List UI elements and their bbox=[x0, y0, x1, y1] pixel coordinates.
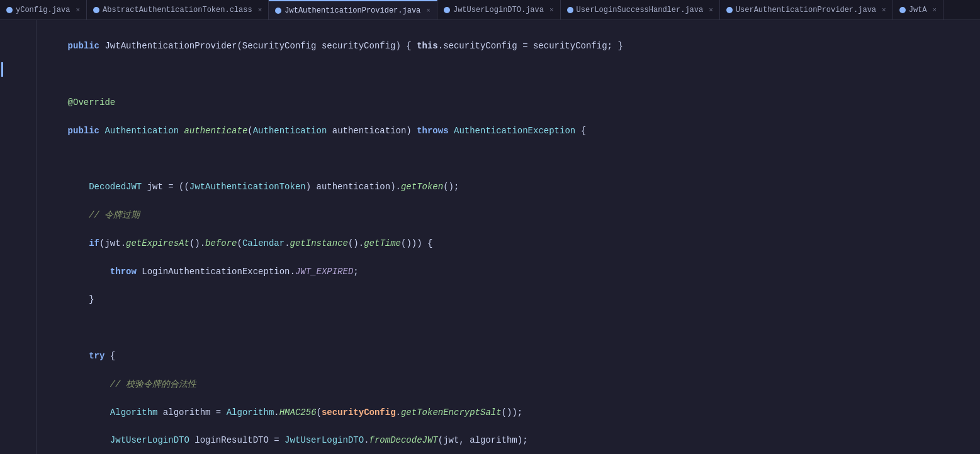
tab-label-abstract: AbstractAuthenticationToken.class bbox=[103, 6, 252, 14]
code-line-8: if(jwt.getExpiresAt().before(Calendar.ge… bbox=[47, 236, 980, 250]
tab-icon-jwta bbox=[899, 7, 906, 13]
code-line-6: DecodedJWT jwt = ((JwtAuthenticationToke… bbox=[47, 180, 980, 194]
tab-yconfig[interactable]: yConfig.java × bbox=[0, 0, 87, 19]
close-jwt-dto[interactable]: × bbox=[549, 6, 554, 14]
tab-icon-jwt-dto bbox=[444, 7, 450, 13]
close-yconfig[interactable]: × bbox=[76, 6, 80, 14]
close-jwt-provider[interactable]: × bbox=[426, 7, 431, 14]
tab-icon-yconfig bbox=[6, 7, 13, 13]
code-line-4: public Authentication authenticate(Authe… bbox=[47, 124, 980, 138]
code-line-10: } bbox=[47, 292, 980, 306]
line-numbers bbox=[5, 20, 37, 454]
tab-label-yconfig: yConfig.java bbox=[16, 6, 70, 14]
code-line-11 bbox=[47, 321, 980, 335]
tab-jwta[interactable]: JwtA × bbox=[893, 0, 943, 19]
code-line-2 bbox=[47, 67, 980, 81]
code-line-1: public JwtAuthenticationProvider(Securit… bbox=[47, 39, 980, 53]
close-login-success[interactable]: × bbox=[709, 6, 713, 14]
tab-login-success[interactable]: UserLoginSuccessHandler.java × bbox=[561, 0, 720, 19]
code-line-13: // 校验令牌的合法性 bbox=[47, 377, 980, 391]
tab-label-user-auth: UserAuthenticationProvider.java bbox=[736, 6, 876, 14]
tab-label-jwt-dto: JwtUserLoginDTO.java bbox=[453, 6, 544, 14]
close-user-auth[interactable]: × bbox=[882, 6, 886, 14]
ide-window: yConfig.java × AbstractAuthenticationTok… bbox=[0, 0, 980, 454]
tab-label-jwt-provider: JwtAuthenticationProvider.java bbox=[284, 6, 420, 15]
tab-jwt-provider[interactable]: JwtAuthenticationProvider.java × bbox=[269, 0, 437, 19]
code-line-3: @Override bbox=[47, 96, 980, 109]
tab-icon-abstract bbox=[93, 7, 99, 13]
code-line-12: try { bbox=[47, 349, 980, 363]
code-line-5 bbox=[47, 152, 980, 166]
margin-indicator bbox=[1, 62, 3, 76]
code-line-7: // 令牌过期 bbox=[47, 208, 980, 222]
tab-label-jwta: JwtA bbox=[909, 6, 927, 14]
code-line-9: throw LoginAuthenticationException.JWT_E… bbox=[47, 265, 980, 279]
tab-bar: yConfig.java × AbstractAuthenticationTok… bbox=[0, 0, 980, 20]
code-editor[interactable]: public JwtAuthenticationProvider(Securit… bbox=[37, 20, 980, 454]
code-area: public JwtAuthenticationProvider(Securit… bbox=[0, 20, 980, 454]
tab-icon-login-success bbox=[567, 7, 573, 13]
code-line-15: JwtUserLoginDTO loginResultDTO = JwtUser… bbox=[47, 433, 980, 447]
close-abstract[interactable]: × bbox=[258, 6, 262, 14]
close-jwta[interactable]: × bbox=[933, 6, 937, 14]
tab-user-auth[interactable]: UserAuthenticationProvider.java × bbox=[720, 0, 893, 19]
left-margin bbox=[0, 20, 5, 454]
tab-jwt-dto[interactable]: JwtUserLoginDTO.java × bbox=[437, 0, 561, 19]
tab-label-login-success: UserLoginSuccessHandler.java bbox=[577, 6, 704, 14]
code-line-14: Algorithm algorithm = Algorithm.HMAC256(… bbox=[47, 406, 980, 419]
tab-icon-user-auth bbox=[726, 7, 733, 13]
tab-icon-jwt-provider bbox=[275, 8, 281, 14]
tab-abstract[interactable]: AbstractAuthenticationToken.class × bbox=[87, 0, 269, 19]
